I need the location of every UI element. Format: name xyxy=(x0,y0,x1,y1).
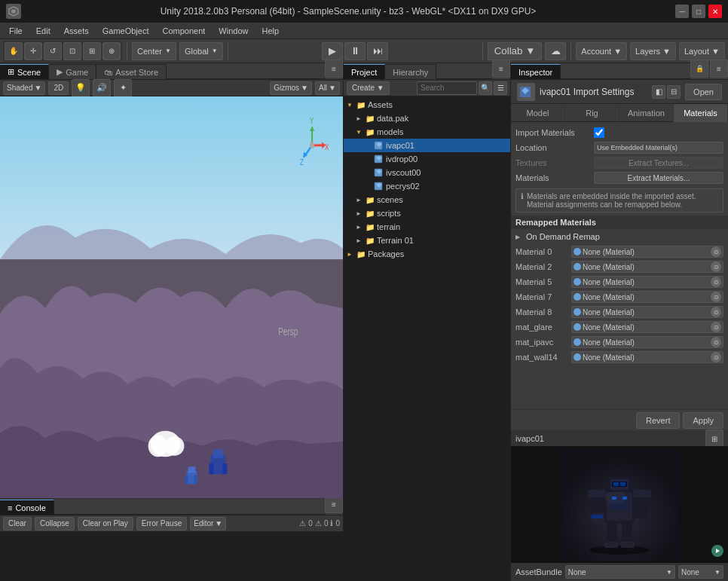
menu-assets[interactable]: Assets xyxy=(58,25,95,37)
scene-audio-button[interactable]: 🔊 xyxy=(93,79,111,97)
preview-canvas[interactable] xyxy=(511,446,728,563)
collapse-button[interactable]: Collapse xyxy=(35,517,75,531)
assetbundle-variant-dropdown[interactable]: None ▼ xyxy=(678,565,723,579)
menu-edit[interactable]: Edit xyxy=(30,25,57,37)
inspector-icon-btn-2[interactable]: ⊟ xyxy=(667,85,681,99)
sub-tab-rig[interactable]: Rig xyxy=(565,104,619,122)
inspector-icon-btn-1[interactable]: ◧ xyxy=(652,85,665,99)
tab-hierarchy[interactable]: Hierarchy xyxy=(385,64,436,79)
material-picker-button[interactable]: ⊙ xyxy=(711,352,721,362)
menu-file[interactable]: File xyxy=(3,25,29,37)
scene-view[interactable]: X Y Z Persp xyxy=(0,96,343,498)
rect-tool-button[interactable]: ⊞ xyxy=(83,42,101,60)
pause-button[interactable]: ⏸ xyxy=(344,42,366,60)
2d-toggle[interactable]: 2D xyxy=(48,81,69,95)
collab-button[interactable]: Collab ▼ xyxy=(488,42,543,60)
extract-textures-button[interactable]: Extract Textures... xyxy=(594,157,723,169)
tab-console[interactable]: ≡ Console xyxy=(0,500,54,515)
extract-materials-button[interactable]: Extract Materials... xyxy=(594,172,723,184)
tab-asset-store[interactable]: 🛍 Asset Store xyxy=(96,64,167,79)
tab-game[interactable]: ▶ Game xyxy=(49,64,96,79)
layout-dropdown[interactable]: Layout ▼ xyxy=(679,42,725,60)
filter-button[interactable]: ☰ xyxy=(494,81,507,95)
error-pause-button[interactable]: Error Pause xyxy=(136,517,187,531)
preview-expand-button[interactable]: ⊞ xyxy=(705,430,723,448)
lock-button[interactable]: 🔒 xyxy=(690,60,708,78)
material-circle-icon xyxy=(574,293,581,301)
clear-on-play-button[interactable]: Clear on Play xyxy=(78,517,133,531)
cloud-button[interactable]: ☁ xyxy=(545,42,566,60)
preview-interact-btn[interactable] xyxy=(710,543,725,560)
import-materials-checkbox[interactable] xyxy=(594,127,604,138)
editor-dropdown[interactable]: Editor ▼ xyxy=(190,517,226,531)
tree-item-pecrys02[interactable]: pecrys02 xyxy=(344,179,510,193)
transform-tool-button[interactable]: ⊕ xyxy=(102,42,121,60)
close-button[interactable]: ✕ xyxy=(708,5,722,18)
clear-button[interactable]: Clear xyxy=(3,517,32,531)
revert-button[interactable]: Revert xyxy=(636,412,680,429)
assetbundle-dropdown[interactable]: None ▼ xyxy=(565,565,675,579)
tree-item-scripts[interactable]: ► 📁 scripts xyxy=(344,206,510,220)
minimize-button[interactable]: ─ xyxy=(675,5,689,18)
sub-tab-animation[interactable]: Animation xyxy=(619,104,674,122)
search-button[interactable]: 🔍 xyxy=(479,81,492,95)
tree-item-ivscout00[interactable]: ivscout00 xyxy=(344,166,510,179)
material-picker-button[interactable]: ⊙ xyxy=(711,337,721,347)
menu-window[interactable]: Window xyxy=(213,25,254,37)
main-area: ⊞ Scene ▶ Game 🛍 Asset Store ≡ Shaded ▼ … xyxy=(0,63,728,581)
material-picker-button[interactable]: ⊙ xyxy=(711,246,721,257)
menu-component[interactable]: Component xyxy=(156,25,211,37)
tree-item-packages[interactable]: ► 📁 Packages xyxy=(344,247,510,261)
apply-button[interactable]: Apply xyxy=(683,412,723,429)
material-picker-button[interactable]: ⊙ xyxy=(711,292,721,302)
hand-tool-button[interactable]: ✋ xyxy=(5,42,23,60)
tab-project[interactable]: Project xyxy=(344,64,385,79)
tree-item-datapak[interactable]: ► 📁 data.pak xyxy=(344,112,510,125)
scene-effects-button[interactable]: ✦ xyxy=(114,79,132,97)
open-button[interactable]: Open xyxy=(685,84,722,100)
location-dropdown[interactable]: Use Embedded Material(s) xyxy=(594,142,723,154)
scale-tool-button[interactable]: ⊡ xyxy=(63,42,81,60)
tree-item-terrain[interactable]: ► 📁 terrain xyxy=(344,220,510,234)
svg-rect-47 xyxy=(604,542,618,548)
tree-item-ivdrop00[interactable]: ivdrop00 xyxy=(344,152,510,166)
center-dropdown[interactable]: Center ▼ xyxy=(132,42,176,60)
global-dropdown[interactable]: Global ▼ xyxy=(179,42,223,60)
material-circle-icon xyxy=(574,263,581,271)
rotate-tool-button[interactable]: ↺ xyxy=(44,42,62,60)
material-picker-button[interactable]: ⊙ xyxy=(711,322,721,332)
play-button[interactable]: ▶ xyxy=(322,42,343,60)
inspector-options-button[interactable]: ≡ xyxy=(710,60,728,78)
maximize-button[interactable]: □ xyxy=(692,5,705,18)
project-options-button[interactable]: ≡ xyxy=(492,60,510,78)
search-input[interactable] xyxy=(417,81,477,95)
create-button[interactable]: Create ▼ xyxy=(347,81,390,95)
tree-item-scenes[interactable]: ► 📁 scenes xyxy=(344,193,510,206)
gizmos-dropdown[interactable]: Gizmos ▼ xyxy=(270,81,312,95)
material-picker-button[interactable]: ⊙ xyxy=(711,277,721,287)
sub-tab-model[interactable]: Model xyxy=(511,104,565,122)
shading-dropdown[interactable]: Shaded ▼ xyxy=(3,81,45,95)
all-objects-dropdown[interactable]: All ▼ xyxy=(315,81,340,95)
menu-help[interactable]: Help xyxy=(255,25,285,37)
tree-item-ivapc01[interactable]: ivapc01 xyxy=(344,139,510,152)
step-button[interactable]: ⏭ xyxy=(367,42,388,60)
tab-scene[interactable]: ⊞ Scene xyxy=(0,64,49,79)
folder-icon-scenes: 📁 xyxy=(365,194,375,205)
menu-gameobject[interactable]: GameObject xyxy=(96,25,155,37)
material-circle-icon xyxy=(574,278,581,286)
tree-item-assets[interactable]: ▼ 📁 Assets xyxy=(344,98,510,112)
material-picker-button[interactable]: ⊙ xyxy=(711,307,721,317)
material-picker-button[interactable]: ⊙ xyxy=(711,261,721,272)
layers-dropdown[interactable]: Layers ▼ xyxy=(630,42,676,60)
warning-icon: ⚠ xyxy=(315,519,322,527)
sub-tab-materials[interactable]: Materials xyxy=(674,104,728,122)
tree-item-models[interactable]: ▼ 📁 models xyxy=(344,125,510,139)
account-dropdown[interactable]: Account ▼ xyxy=(576,42,627,60)
move-tool-button[interactable]: ✛ xyxy=(24,42,42,60)
scene-light-button[interactable]: 💡 xyxy=(72,79,90,97)
panel-options-button[interactable]: ≡ xyxy=(325,60,343,78)
tab-inspector[interactable]: Inspector xyxy=(511,64,561,79)
tree-item-terrain01[interactable]: ► 📁 Terrain 01 xyxy=(344,234,510,247)
title-bar: Unity 2018.2.0b3 Personal (64bit) - Samp… xyxy=(0,0,728,23)
